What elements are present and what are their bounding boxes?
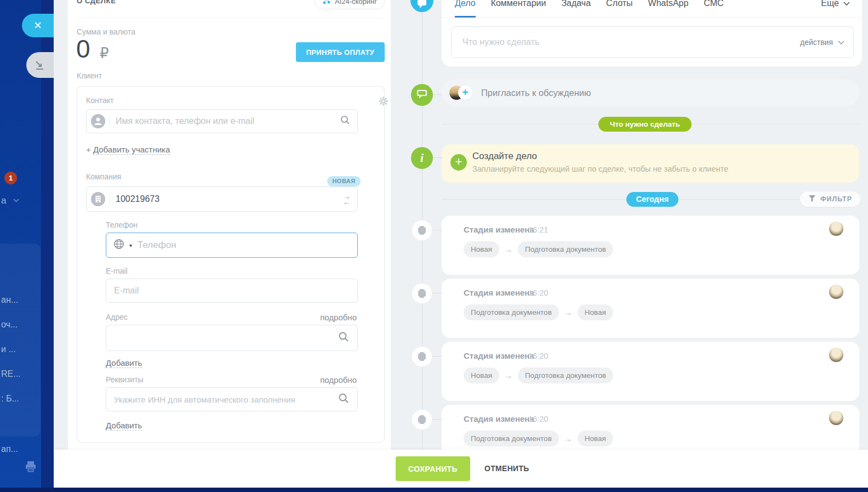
globe-icon[interactable] xyxy=(113,238,125,252)
arrow-icon: → xyxy=(505,371,512,380)
chevron-down-icon xyxy=(9,195,19,206)
chat-bubble-icon xyxy=(416,89,427,101)
page-bottom-edge xyxy=(0,488,868,492)
stage-to: Подготовка документов xyxy=(518,241,613,257)
invite-discussion[interactable]: + Пригласить к обсуждению xyxy=(442,80,859,106)
phone-label: Телефон xyxy=(106,220,138,229)
save-button[interactable]: СОХРАНИТЬ xyxy=(396,456,470,481)
entry-title: Стадия изменена xyxy=(464,414,534,423)
tab-delo[interactable]: Дело xyxy=(455,0,476,8)
stage-change-card[interactable]: Стадия изменена 16:20 Новая → Подготовка… xyxy=(442,342,859,401)
date-badge[interactable]: Сегодня xyxy=(626,192,678,207)
address-details-link[interactable]: подробно xyxy=(320,313,357,322)
deal-page: Дело Комментарии Задача Слоты WhatsApp С… xyxy=(0,0,868,492)
swap-company-icon[interactable]: →← xyxy=(343,194,351,205)
entry-title: Стадия изменена xyxy=(464,225,534,234)
hint-subtitle: Запланируйте следующий шаг по сделке, чт… xyxy=(472,165,728,173)
sidebar-item[interactable]: и ... xyxy=(1,343,21,368)
inn-input[interactable] xyxy=(114,395,338,404)
contact-field xyxy=(86,109,358,133)
connector xyxy=(433,94,442,95)
close-button[interactable]: × xyxy=(22,14,54,37)
invite-label: Пригласить к обсуждению xyxy=(481,88,591,98)
company-field: →← xyxy=(86,186,358,212)
sidebar-item[interactable]: ан... xyxy=(1,294,21,319)
ai-scoring-button[interactable]: AI24-скоринг xyxy=(315,0,385,9)
section-title: О СДЕЛКЕ xyxy=(77,0,116,5)
stage-change-card[interactable]: Стадия изменена 16:21 Новая → Подготовка… xyxy=(442,216,859,275)
task-composer: действия xyxy=(451,26,854,58)
entry-title: Стадия изменена xyxy=(464,288,534,297)
gear-icon[interactable] xyxy=(379,97,388,108)
connector xyxy=(432,230,442,230)
sidebar-item[interactable]: RE... xyxy=(1,368,21,393)
amount-value[interactable]: 0 xyxy=(76,34,90,64)
connector xyxy=(433,157,442,158)
collapse-icon xyxy=(26,64,46,73)
connector xyxy=(432,356,442,357)
action-bar: СОХРАНИТЬ ОТМЕНИТЬ xyxy=(54,450,868,488)
sidebar-dropdown[interactable]: а xyxy=(1,195,19,206)
timeline-tabs: Дело Комментарии Задача Слоты WhatsApp С… xyxy=(442,0,862,18)
divider xyxy=(110,115,110,128)
tab-task[interactable]: Задача xyxy=(561,0,591,8)
requisites-details-link[interactable]: подробно xyxy=(320,375,357,384)
sidebar-menu: ан... оч... и ... RE... : Б... xyxy=(1,294,21,417)
email-input[interactable] xyxy=(114,286,350,296)
stage-node-icon xyxy=(412,347,432,366)
sidebar-item[interactable]: : Б... xyxy=(1,393,21,417)
contact-label: Контакт xyxy=(86,96,113,105)
add-task-button[interactable]: + xyxy=(450,154,467,171)
email-label: E-mail xyxy=(106,267,128,275)
phone-type-dropdown[interactable]: ▾ xyxy=(129,242,132,248)
funnel-icon xyxy=(808,195,816,203)
add-address-link[interactable]: Добавить xyxy=(106,358,142,368)
stage-from: Новая xyxy=(464,367,499,383)
requisites-label: Реквизиты xyxy=(106,375,144,384)
address-input[interactable] xyxy=(114,333,338,343)
contact-search-input[interactable] xyxy=(116,116,340,126)
stage-to: Новая xyxy=(578,431,613,446)
tab-sms[interactable]: СМС xyxy=(704,0,723,8)
tab-comments[interactable]: Комментарии xyxy=(491,0,546,8)
entry-time: 16:20 xyxy=(528,289,548,297)
entry-time: 16:20 xyxy=(528,352,548,360)
status-badge: НОВАЯ xyxy=(327,176,361,186)
search-icon[interactable] xyxy=(340,115,351,128)
actions-dropdown[interactable]: действия xyxy=(800,38,844,47)
person-icon xyxy=(91,114,105,128)
sidebar-item[interactable]: оч... xyxy=(1,319,21,343)
filter-button[interactable]: ФИЛЬТР xyxy=(800,191,860,207)
add-participant[interactable]: + Добавить участника xyxy=(86,145,170,154)
client-label: Клиент xyxy=(77,71,102,80)
cancel-button[interactable]: ОТМЕНИТЬ xyxy=(484,456,529,481)
stage-to: Новая xyxy=(578,304,613,320)
molecule-icon xyxy=(322,0,331,7)
stage-change-card[interactable]: Стадия изменена 16:20 Подготовка докумен… xyxy=(442,279,859,338)
entry-time: 16:20 xyxy=(528,415,548,423)
search-icon[interactable] xyxy=(338,392,350,406)
accept-payment-button[interactable]: ПРИНЯТЬ ОПЛАТУ xyxy=(296,42,385,62)
stage-transition: Подготовка документов → Новая xyxy=(464,304,613,320)
plus-icon: + xyxy=(86,145,91,154)
email-field-wrap xyxy=(106,279,358,303)
connector xyxy=(432,419,442,420)
tab-more[interactable]: Ещё xyxy=(821,0,850,8)
tab-slots[interactable]: Слоты xyxy=(606,0,632,8)
arrow-icon: → xyxy=(505,245,512,254)
tab-whatsapp[interactable]: WhatsApp xyxy=(648,0,689,8)
composer-card: Дело Комментарии Задача Слоты WhatsApp С… xyxy=(442,0,862,66)
stage-from: Подготовка документов xyxy=(464,431,559,446)
hint-title: Создайте дело xyxy=(472,151,537,162)
collapse-button[interactable] xyxy=(26,52,54,78)
printer-icon[interactable] xyxy=(24,460,37,476)
phone-field: ▾ xyxy=(106,233,358,258)
company-input[interactable] xyxy=(116,194,343,204)
add-requisites-link[interactable]: Добавить xyxy=(106,421,142,431)
sidebar-item[interactable]: ап... xyxy=(1,444,18,454)
chat-bubble-icon xyxy=(416,0,427,11)
phone-input[interactable] xyxy=(138,240,351,251)
search-icon[interactable] xyxy=(338,331,350,345)
task-input[interactable] xyxy=(462,37,800,47)
building-icon xyxy=(91,192,105,206)
